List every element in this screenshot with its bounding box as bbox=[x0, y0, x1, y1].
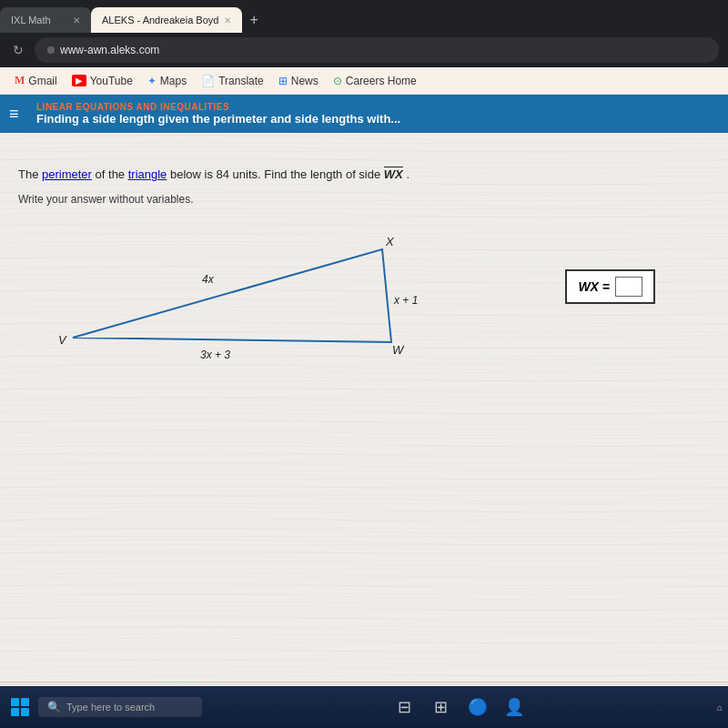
taskbar-time: ⌂ bbox=[717, 703, 723, 713]
q-text-end: . bbox=[406, 167, 410, 181]
tab-ixl-math[interactable]: IXL Math ✕ bbox=[0, 7, 91, 33]
taskbar-icon-1[interactable]: ⊟ bbox=[390, 693, 420, 722]
aleks-subtitle: LINEAR EQUATIONS AND INEQUALITIES bbox=[36, 102, 717, 112]
taskbar-search[interactable]: 🔍 Type here to search bbox=[38, 697, 202, 717]
svg-text:4x: 4x bbox=[202, 273, 215, 286]
tab-bar: IXL Math ✕ ALEKS - Andreakeia Boyd ✕ + bbox=[0, 0, 728, 33]
new-tab-button[interactable]: + bbox=[242, 7, 265, 33]
question-area: The perimeter of the triangle below is 8… bbox=[0, 147, 728, 424]
bookmarks-bar: M Gmail ▶ YouTube ✦ Maps 📄 Translate ⊞ N… bbox=[0, 67, 728, 95]
tab-aleks-label: ALEKS - Andreakeia Boyd bbox=[102, 15, 218, 25]
url-box[interactable]: www-awn.aleks.com bbox=[35, 37, 719, 63]
gmail-icon: M bbox=[15, 74, 25, 87]
svg-text:x + 1: x + 1 bbox=[393, 294, 418, 307]
taskbar-center: ⊟ ⊞ 🔵 👤 bbox=[206, 693, 713, 722]
tab-ixl-close[interactable]: ✕ bbox=[73, 15, 80, 25]
q-text-mid2: below is 84 units. Find the length of si… bbox=[170, 167, 384, 181]
bookmark-news[interactable]: ⊞ News bbox=[273, 73, 324, 89]
maps-icon: ✦ bbox=[147, 75, 157, 87]
triangle-diagram: V X W 4x x + 1 3x + 3 bbox=[46, 224, 519, 388]
taskbar-search-text: Type here to search bbox=[66, 702, 155, 713]
refresh-button[interactable]: ↻ bbox=[9, 39, 27, 61]
taskbar-icon-3[interactable]: 🔵 bbox=[463, 693, 492, 722]
aleks-title: Finding a side length given the perimete… bbox=[36, 112, 717, 126]
translate-label: Translate bbox=[218, 75, 264, 87]
side-label: WX bbox=[384, 167, 403, 181]
youtube-icon: ▶ bbox=[72, 75, 86, 86]
news-label: News bbox=[291, 75, 318, 87]
q-text-mid1: of the bbox=[96, 167, 128, 181]
taskbar-right: ⌂ bbox=[717, 703, 723, 713]
svg-text:W: W bbox=[392, 343, 405, 357]
windows-logo bbox=[11, 698, 29, 716]
secure-icon bbox=[47, 46, 55, 54]
svg-text:V: V bbox=[58, 333, 67, 347]
taskbar-icon-2[interactable]: ⊞ bbox=[427, 693, 456, 722]
youtube-label: YouTube bbox=[90, 75, 133, 87]
tab-aleks-close[interactable]: ✕ bbox=[224, 15, 231, 25]
tab-aleks[interactable]: ALEKS - Andreakeia Boyd ✕ bbox=[91, 7, 242, 33]
bookmark-careers[interactable]: ⊙ Careers Home bbox=[328, 73, 422, 89]
svg-text:3x + 3: 3x + 3 bbox=[200, 349, 230, 361]
q-text-before: The bbox=[18, 167, 42, 181]
triangle-link[interactable]: triangle bbox=[128, 167, 167, 181]
bookmark-maps[interactable]: ✦ Maps bbox=[142, 73, 192, 89]
hamburger-menu[interactable]: ≡ bbox=[9, 105, 19, 124]
instruction-text: Write your answer without variables. bbox=[18, 193, 710, 206]
diagram-area: V X W 4x x + 1 3x + 3 WX = bbox=[18, 215, 710, 415]
tab-ixl-label: IXL Math bbox=[11, 15, 51, 25]
address-bar: ↻ www-awn.aleks.com bbox=[0, 33, 728, 67]
aleks-header: ≡ LINEAR EQUATIONS AND INEQUALITIES Find… bbox=[0, 95, 728, 133]
taskbar: 🔍 Type here to search ⊟ ⊞ 🔵 👤 ⌂ bbox=[0, 686, 728, 728]
answer-box: WX = bbox=[565, 269, 655, 304]
start-button[interactable] bbox=[5, 693, 35, 722]
svg-marker-1 bbox=[73, 249, 391, 342]
news-icon: ⊞ bbox=[278, 75, 288, 87]
careers-icon: ⊙ bbox=[333, 75, 342, 87]
taskbar-icon-4[interactable]: 👤 bbox=[500, 693, 529, 722]
perimeter-link[interactable]: perimeter bbox=[42, 167, 92, 181]
translate-icon: 📄 bbox=[201, 75, 215, 87]
taskbar-search-icon: 🔍 bbox=[47, 701, 61, 713]
page-content: The perimeter of the triangle below is 8… bbox=[0, 133, 728, 686]
url-text: www-awn.aleks.com bbox=[60, 44, 159, 56]
svg-text:X: X bbox=[385, 235, 395, 248]
bookmark-translate[interactable]: 📄 Translate bbox=[196, 73, 269, 89]
careers-label: Careers Home bbox=[346, 75, 417, 87]
maps-label: Maps bbox=[160, 75, 187, 87]
answer-label: WX = bbox=[578, 279, 610, 294]
browser-chrome: IXL Math ✕ ALEKS - Andreakeia Boyd ✕ + ↻… bbox=[0, 0, 728, 95]
question-text: The perimeter of the triangle below is 8… bbox=[18, 166, 710, 184]
bookmark-youtube[interactable]: ▶ YouTube bbox=[66, 73, 138, 89]
gmail-label: Gmail bbox=[28, 75, 56, 87]
bookmark-gmail[interactable]: M Gmail bbox=[9, 72, 63, 89]
answer-input[interactable] bbox=[615, 277, 642, 297]
